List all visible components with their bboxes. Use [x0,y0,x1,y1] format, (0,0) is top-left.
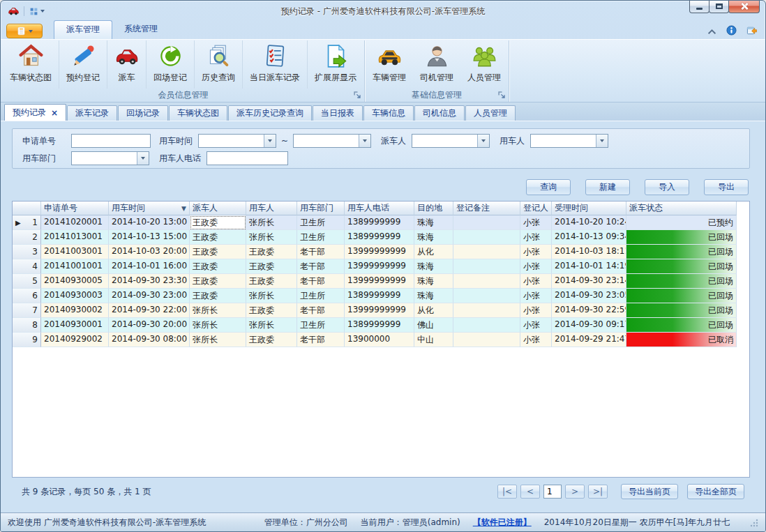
table-row[interactable]: 5201409300052014-09-30 23:30王政委王政委老干部139… [13,274,749,289]
cell-accept-time[interactable]: 2014-09-29 21:47 [552,333,626,347]
use-time-to-combo[interactable] [293,134,371,148]
row-header-cell[interactable]: 7 [13,303,41,318]
column-header-apply-no[interactable]: 申请单号 [41,202,109,215]
chevron-down-icon[interactable] [264,135,276,147]
cell-destination[interactable]: 珠海 [414,215,453,230]
import-button[interactable]: 导入 [645,179,689,195]
cell-apply-no[interactable]: 20141001001 [41,259,109,274]
cell-phone[interactable]: 13999999999 [345,303,414,318]
doc-tab-vehicle-status-map[interactable]: 车辆状态图 [169,105,227,121]
cell-use-time[interactable]: 2014-10-01 16:00 [109,259,190,274]
column-header-accept-time[interactable]: 受理时间 [552,202,626,215]
cell-accept-time[interactable]: 2014-10-13 09:34 [552,230,626,245]
cell-accept-time[interactable]: 2014-10-03 18:11 [552,245,626,259]
column-header-destination[interactable]: 目的地 [414,202,453,215]
cell-destination[interactable]: 佛山 [414,318,453,333]
row-header-cell[interactable]: 4 [13,259,41,274]
cell-phone[interactable]: 13999999999 [345,274,414,289]
application-menu-button[interactable] [6,24,43,38]
table-row[interactable]: 8201409300012014-09-30 20:00张所长张所长卫生所138… [13,318,749,333]
cell-status[interactable]: 已取消 [626,333,737,347]
column-header-registrar[interactable]: 登记人 [520,202,552,215]
cell-destination[interactable]: 珠海 [414,274,453,289]
today-dispatch-records-button[interactable]: 当日派车记录 [242,40,307,89]
cell-user[interactable]: 王政委 [246,274,297,289]
cell-dispatcher[interactable]: 王政委 [190,230,246,245]
cell-apply-no[interactable]: 20140930003 [41,289,109,303]
cell-phone[interactable]: 1389999999 [345,289,414,303]
chevron-down-icon[interactable] [477,135,489,147]
cell-use-time[interactable]: 2014-09-30 08:00 [109,333,190,347]
vehicle-status-map-button[interactable]: 车辆状态图 [3,40,59,89]
vehicle-management-button[interactable]: 车辆管理 [366,40,413,89]
cell-status[interactable]: 已预约 [626,215,737,230]
cell-dispatcher[interactable]: 张所长 [190,303,246,318]
cell-registrar[interactable]: 小张 [520,274,552,289]
cell-phone[interactable]: 1389999999 [345,215,414,230]
cell-dispatcher[interactable]: 王政委 [190,274,246,289]
cell-dept[interactable]: 卫生所 [297,289,345,303]
cell-dispatcher[interactable]: 王政委 [190,289,246,303]
cell-dispatcher[interactable]: 张所长 [190,318,246,333]
pager-next-button[interactable]: > [565,485,585,499]
doc-tab-vehicle-info[interactable]: 车辆信息 [363,105,414,121]
extended-screen-button[interactable]: 扩展屏显示 [307,40,363,89]
cell-apply-no[interactable]: 20140929002 [41,333,109,347]
cell-user[interactable]: 张所长 [246,289,297,303]
cell-user[interactable]: 王政委 [246,259,297,274]
doc-tab-reservation-records[interactable]: 预约记录× [4,104,66,121]
app-icon[interactable] [8,6,19,17]
table-row[interactable]: 7201409300022014-09-30 22:00张所长王政委老干部139… [13,303,749,318]
cell-destination[interactable]: 中山 [414,333,453,347]
cell-registrar[interactable]: 小张 [520,259,552,274]
column-header-remark[interactable]: 登记备注 [453,202,520,215]
cell-dispatcher[interactable]: 王政委 [190,215,246,230]
table-row[interactable]: 3201410030012014-10-03 20:00王政委王政委老干部139… [13,245,749,259]
doc-tab-dispatch-history-query[interactable]: 派车历史记录查询 [228,105,312,121]
close-button[interactable] [728,0,760,13]
dialog-launcher-icon[interactable] [354,91,361,99]
cell-status[interactable]: 已回场 [626,259,737,274]
cell-status[interactable]: 已回场 [626,230,737,245]
cell-apply-no[interactable]: 20141013001 [41,230,109,245]
row-header-cell[interactable]: 8 [13,318,41,333]
cell-status[interactable]: 已回场 [626,318,737,333]
cell-remark[interactable] [453,259,520,274]
cell-remark[interactable] [453,303,520,318]
maximize-button[interactable] [709,0,729,13]
column-header-rowhdr[interactable] [13,202,41,215]
row-header-cell[interactable]: 6 [13,289,41,303]
cell-remark[interactable] [453,333,520,347]
info-icon[interactable] [726,25,737,36]
cell-accept-time[interactable]: 2014-09-30 22:59 [552,303,626,318]
use-time-from-combo[interactable] [198,134,276,148]
doc-tab-driver-info[interactable]: 司机信息 [414,105,465,121]
license-registered-link[interactable]: 【软件已注册】 [473,517,532,529]
cell-accept-time[interactable]: 2014-09-30 23:14 [552,274,626,289]
cell-status[interactable]: 已回场 [626,274,737,289]
cell-registrar[interactable]: 小张 [520,318,552,333]
chevron-down-icon[interactable] [137,152,149,165]
cell-remark[interactable] [453,215,520,230]
cell-phone[interactable]: 13999999999 [345,245,414,259]
cell-use-time[interactable]: 2014-10-20 13:00 [109,215,190,230]
column-header-use-time[interactable]: 用车时间▼ [109,202,190,215]
pager-first-button[interactable]: |< [497,485,517,499]
chevron-down-icon[interactable] [359,135,370,147]
quick-access-toolbar-button[interactable] [29,7,45,16]
apply-no-input[interactable] [71,134,151,148]
cell-user[interactable]: 王政委 [246,303,297,318]
cell-user[interactable]: 王政委 [246,333,297,347]
ribbon-tab-dispatch-management[interactable]: 派车管理 [54,20,112,39]
column-header-dispatcher[interactable]: 派车人 [190,202,246,215]
dispatch-button[interactable]: 派车 [107,40,146,89]
export-all-pages-button[interactable]: 导出全部页 [687,484,744,499]
doc-tab-daily-report[interactable]: 当日报表 [313,105,363,121]
cell-dispatcher[interactable]: 张所长 [190,333,246,347]
cell-accept-time[interactable]: 2014-09-30 09:17 [552,318,626,333]
cell-dispatcher[interactable]: 王政委 [190,259,246,274]
cell-remark[interactable] [453,318,520,333]
row-header-cell[interactable]: 5 [13,274,41,289]
cell-phone[interactable]: 1389999999 [345,230,414,245]
cell-user[interactable]: 王政委 [246,245,297,259]
